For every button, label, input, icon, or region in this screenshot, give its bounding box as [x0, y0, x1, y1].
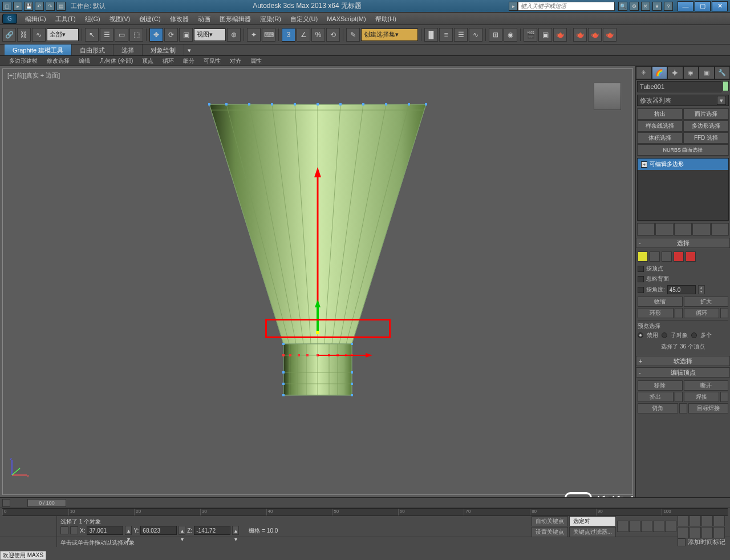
loop-spinner[interactable] [720, 308, 728, 318]
percent-snap-icon[interactable]: % [311, 28, 325, 42]
add-time-tag[interactable]: 添加时间标记 [688, 538, 725, 546]
angle-spinner-arrows[interactable]: ▴▾ [698, 285, 705, 294]
keyboard-icon[interactable]: ⌨ [262, 28, 275, 42]
object-name-input[interactable] [637, 81, 721, 92]
btn-shrink[interactable]: 收缩 [638, 297, 683, 307]
rollout-softsel-header[interactable]: +软选择 [636, 356, 730, 366]
snap-icon[interactable]: 3 [282, 28, 295, 42]
stack-unique-icon[interactable] [674, 223, 692, 236]
stack-remove-icon[interactable] [692, 223, 710, 236]
viewcube[interactable] [594, 83, 621, 110]
rotate-icon[interactable]: ⟳ [164, 28, 178, 42]
subobj-border-icon[interactable] [662, 251, 672, 262]
select-window-icon[interactable]: ⬚ [129, 28, 143, 42]
menu-customize[interactable]: 自定义(U) [286, 13, 322, 25]
timeline-lock-icon[interactable] [2, 499, 10, 507]
teapot-1-icon[interactable]: 🫖 [573, 28, 587, 42]
close-button[interactable]: ✕ [712, 1, 728, 11]
ribbon-sub-loop[interactable]: 循环 [158, 56, 179, 66]
exchange-icon[interactable]: ✕ [641, 2, 650, 11]
app-menu-button[interactable]: G [2, 14, 17, 24]
save-icon[interactable]: 💾 [24, 2, 33, 11]
menu-animation[interactable]: 动画 [193, 13, 215, 25]
ribbon-tab-selection[interactable]: 选择 [113, 44, 143, 55]
link-icon[interactable]: 🔗 [2, 28, 16, 42]
track-bar-icons[interactable] [0, 516, 57, 537]
ribbon-sub-geom[interactable]: 几何体 (全部) [95, 56, 137, 66]
redo-icon[interactable]: ↷ [46, 2, 55, 11]
modbtn-extrude[interactable]: 挤出 [637, 108, 683, 120]
time-tag-icon[interactable] [678, 538, 686, 546]
material-icon[interactable]: ◉ [504, 28, 517, 42]
subobj-vertex-icon[interactable] [638, 251, 648, 262]
move-icon[interactable]: ✥ [149, 28, 163, 42]
menu-tools[interactable]: 工具(T) [51, 13, 80, 25]
modifier-stack[interactable]: +可编辑多边形 [637, 158, 729, 221]
abs-rel-icon[interactable] [70, 526, 78, 534]
stack-pin-icon[interactable] [637, 223, 655, 236]
menu-modifiers[interactable]: 修改器 [165, 13, 193, 25]
ribbon-sub-subdiv[interactable]: 细分 [179, 56, 199, 66]
coord-y-input[interactable]: 68.023 [140, 526, 177, 535]
subobj-edge-icon[interactable] [650, 251, 660, 262]
coord-z-input[interactable]: -141.72 [194, 526, 230, 535]
chk-by-vertex[interactable] [638, 266, 644, 272]
help-search-input[interactable] [518, 2, 615, 11]
btn-remove[interactable]: 移除 [638, 380, 683, 391]
rollout-selection-header[interactable]: -选择 [636, 238, 730, 248]
menu-rendering[interactable]: 渲染(R) [256, 13, 286, 25]
maxscript-listener[interactable]: 欢迎使用 MAXS [0, 551, 46, 560]
manip-icon[interactable]: ✦ [247, 28, 261, 42]
named-sel-dd[interactable]: 创建选择集 ▾ [361, 29, 418, 41]
subobj-element-icon[interactable] [686, 251, 696, 262]
project-icon[interactable]: ▤ [56, 2, 66, 11]
auto-key-button[interactable]: 自动关键点 [532, 516, 568, 526]
select-rect-icon[interactable]: ▭ [115, 28, 128, 42]
align-icon[interactable]: ≡ [439, 28, 453, 42]
btn-weld[interactable]: 焊接 [684, 392, 720, 402]
rollout-editvert-header[interactable]: -编辑顶点 [636, 367, 730, 378]
btn-chamfer[interactable]: 切角 [638, 403, 678, 413]
stack-config-icon[interactable] [711, 223, 729, 236]
modbtn-nurbs[interactable]: NURBS 曲面选择 [637, 144, 729, 156]
radio-multi[interactable] [691, 332, 697, 338]
ribbon-sub-align[interactable]: 对齐 [225, 56, 246, 66]
zoom-icon[interactable] [690, 515, 701, 526]
fov-icon[interactable] [701, 515, 713, 526]
angle-snap-icon[interactable]: ∠ [297, 28, 310, 42]
spinner-snap-icon[interactable]: ⟲ [326, 28, 340, 42]
render-frame-icon[interactable]: ▣ [538, 28, 552, 42]
ribbon-sub-vertex[interactable]: 顶点 [137, 56, 158, 66]
stack-show-icon[interactable] [655, 223, 673, 236]
zoom-region-icon[interactable] [701, 527, 713, 538]
goto-start-icon[interactable] [617, 521, 628, 532]
chk-ignore-back[interactable] [638, 276, 644, 282]
unlink-icon[interactable]: ⛓ [17, 28, 31, 42]
ref-coord-dd[interactable]: 视图 ▾ [194, 29, 226, 41]
ribbon-tab-freeform[interactable]: 自由形式 [72, 44, 113, 55]
btn-loop[interactable]: 循环 [684, 308, 720, 318]
modbtn-poly[interactable]: 多边形选择 [683, 120, 729, 132]
pivot-icon[interactable]: ⊕ [227, 28, 241, 42]
cmd-tab-modify-icon[interactable]: 🌈 [652, 66, 668, 79]
cmd-tab-hierarchy-icon[interactable]: ⯌ [667, 66, 683, 79]
play-icon[interactable] [641, 521, 652, 532]
pan-icon[interactable] [678, 515, 689, 526]
radio-subobj[interactable] [662, 332, 667, 338]
menu-maxscript[interactable]: MAXScript(M) [322, 13, 370, 25]
curve-editor-icon[interactable]: ∿ [469, 28, 482, 42]
search-icon[interactable]: 🔍 [618, 2, 627, 11]
help-icon[interactable]: ? [664, 2, 673, 11]
weld-settings[interactable] [720, 392, 728, 402]
ribbon-tab-objectpaint[interactable]: 对象绘制 [143, 44, 184, 55]
bind-icon[interactable]: ∿ [32, 28, 46, 42]
workspace-label[interactable]: 工作台: 默认 [71, 2, 106, 10]
open-icon[interactable]: ▸ [13, 2, 22, 11]
chamfer-settings[interactable] [679, 403, 687, 413]
btn-break[interactable]: 断开 [684, 380, 729, 391]
modbtn-face[interactable]: 面片选择 [683, 108, 729, 120]
zoom-ext-icon[interactable] [713, 515, 725, 526]
info-arrow-icon[interactable]: ▸ [509, 2, 518, 11]
coord-x-input[interactable]: 37.001 [87, 526, 123, 535]
extrude-settings[interactable] [675, 392, 683, 402]
